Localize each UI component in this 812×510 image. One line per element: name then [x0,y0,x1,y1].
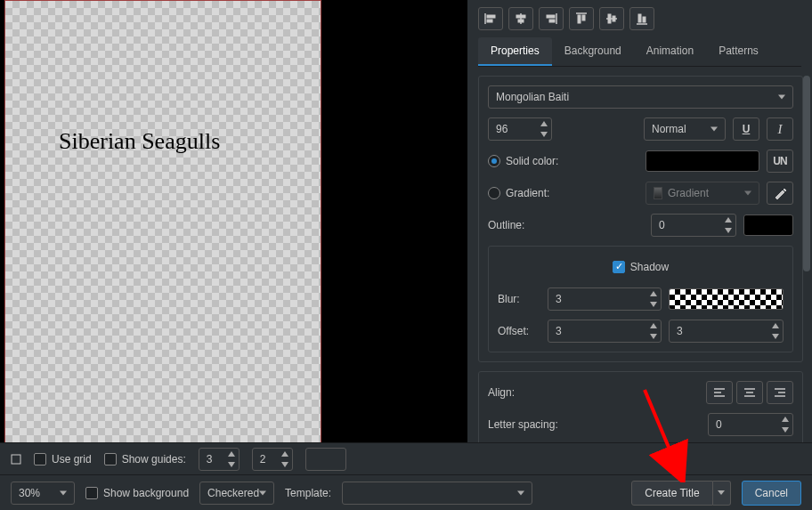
svg-rect-11 [582,15,585,20]
offset-y-spinner[interactable]: 3 [669,320,784,343]
use-grid-input[interactable] [34,453,46,465]
outline-color-swatch[interactable] [743,215,793,236]
solid-color-label: Solid color: [506,155,558,167]
guides-color-swatch[interactable] [305,448,346,471]
svg-rect-10 [578,15,581,23]
svg-rect-1 [487,15,495,18]
gradient-select[interactable]: Gradient [646,182,759,205]
align-bottom-icon[interactable] [629,7,654,30]
align-center-v-icon[interactable] [599,7,624,30]
shadow-label: Shadow [630,261,669,273]
tab-background[interactable]: Background [552,37,634,66]
cancel-button[interactable]: Cancel [742,481,801,506]
transparency-checker [5,1,321,442]
solid-color-radio[interactable]: Solid color: [488,155,558,167]
tab-animation[interactable]: Animation [634,37,706,66]
align-right-icon[interactable] [539,7,564,30]
text-align-left-icon[interactable] [706,381,733,404]
preview-pane: Siberian Seagulls [0,0,467,442]
guides-y-spinner[interactable]: 2 [252,448,293,471]
gradient-edit-button[interactable] [767,182,793,205]
svg-rect-17 [643,17,646,22]
create-title-dropdown[interactable] [713,481,731,506]
show-guides-checkbox[interactable]: Show guides: [104,453,186,465]
svg-rect-14 [613,16,615,21]
gradient-radio-input[interactable] [488,187,500,199]
template-label: Template: [285,487,331,499]
align-center-h-icon[interactable] [508,7,533,30]
letter-spacing-value: 0 [716,418,722,431]
svg-rect-7 [547,15,555,18]
shadow-section: Shadow Blur: 3 Offset: [488,246,793,352]
preview-canvas[interactable]: Siberian Seagulls [4,0,321,442]
tool-icon[interactable] [11,454,21,465]
outline-size-spinner[interactable]: 0 [651,214,736,237]
svg-rect-8 [549,20,555,22]
font-section: Mongolian Baiti 96 Normal U I [478,76,803,362]
outline-label: Outline: [488,219,548,231]
zoom-select[interactable]: 30% [11,482,75,505]
outline-value: 0 [659,219,665,231]
solid-color-radio-input[interactable] [488,155,500,167]
svg-rect-13 [608,14,611,23]
svg-rect-5 [518,20,524,22]
bottom-bar-actions: 30% Show background Checkered Template: … [0,474,812,510]
paragraph-section: Align: Letter spacing: 0 [478,371,803,442]
letter-spacing-spinner[interactable]: 0 [708,413,793,436]
shadow-checkbox[interactable]: Shadow [613,261,669,273]
scroll-thumb[interactable] [803,76,810,271]
font-weight-select[interactable]: Normal [644,117,726,141]
blur-spinner[interactable]: 3 [548,287,662,311]
offset-x-spinner[interactable]: 3 [548,320,662,343]
tab-properties[interactable]: Properties [478,37,552,66]
align-top-icon[interactable] [569,7,594,30]
properties-panel: Properties Background Animation Patterns… [467,0,812,442]
font-family-select[interactable]: Mongolian Baiti [488,85,793,109]
svg-rect-2 [487,20,492,22]
scrollbar[interactable] [803,76,810,442]
create-title-split-button: Create Title [631,481,730,506]
italic-button[interactable]: I [767,117,793,141]
font-size-spinner[interactable]: 96 [488,117,552,141]
svg-rect-16 [638,14,641,22]
underline-button[interactable]: U [733,117,759,141]
shadow-check-input[interactable] [613,261,625,273]
show-background-input[interactable] [85,487,98,499]
text-align-center-icon[interactable] [736,381,763,404]
svg-rect-4 [516,15,525,18]
gradient-radio[interactable]: Gradient: [488,187,549,199]
align-left-icon[interactable] [478,7,503,30]
background-style-select[interactable]: Checkered [199,482,274,505]
offset-label: Offset: [498,325,540,337]
preview-title-text[interactable]: Siberian Seagulls [59,128,220,155]
blur-value: 3 [556,293,562,305]
text-align-right-icon[interactable] [767,381,793,404]
svg-rect-27 [12,455,20,464]
letter-spacing-label: Letter spacing: [488,418,586,431]
solid-color-swatch[interactable] [646,150,759,172]
tab-patterns[interactable]: Patterns [706,37,771,66]
bottom-bar-options: Use grid Show guides: 3 2 [0,442,812,474]
guides-x-spinner[interactable]: 3 [199,448,240,471]
blur-label: Blur: [498,293,540,305]
tab-bar: Properties Background Animation Patterns [478,37,801,67]
template-select[interactable] [342,482,532,505]
gradient-label: Gradient: [506,187,549,199]
shadow-color-swatch[interactable] [669,288,784,310]
align-label: Align: [488,386,586,399]
offset-y-value: 3 [677,325,683,337]
unicolor-button[interactable]: UN [767,150,793,173]
show-background-checkbox[interactable]: Show background [85,487,189,499]
offset-x-value: 3 [556,325,562,337]
font-size-value: 96 [496,123,508,135]
create-title-button[interactable]: Create Title [631,481,712,506]
show-guides-input[interactable] [104,453,117,465]
use-grid-checkbox[interactable]: Use grid [34,453,92,465]
alignment-strip [467,0,812,37]
